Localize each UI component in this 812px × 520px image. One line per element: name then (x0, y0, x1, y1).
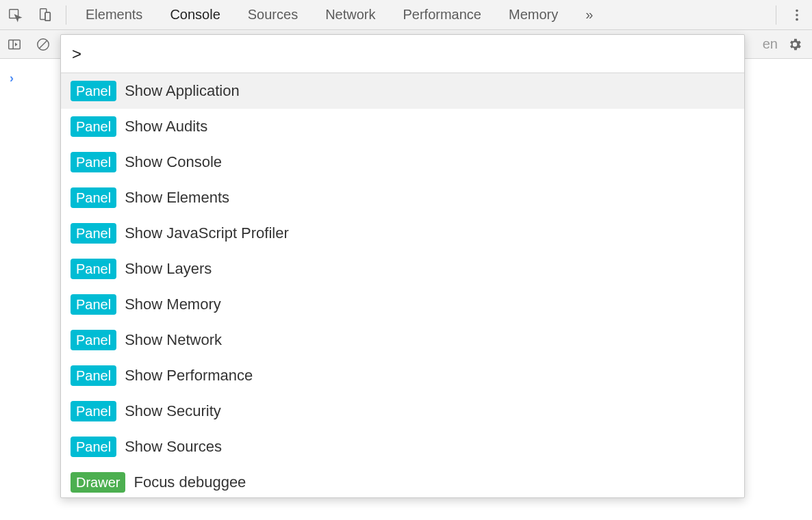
command-item[interactable]: PanelShow Memory (61, 287, 744, 322)
panel-badge: Panel (71, 294, 116, 315)
panel-badge: Panel (71, 223, 116, 244)
tabs-overflow[interactable]: » (572, 0, 607, 29)
inspect-element-icon[interactable] (0, 0, 30, 30)
svg-point-6 (796, 18, 798, 21)
svg-rect-2 (45, 12, 50, 21)
panel-badge: Panel (71, 365, 116, 386)
tab-elements[interactable]: Elements (72, 0, 156, 29)
tab-sources[interactable]: Sources (234, 0, 312, 29)
clear-console-icon[interactable] (29, 30, 58, 59)
command-item[interactable]: PanelShow Security (61, 393, 744, 429)
device-toolbar-icon[interactable] (30, 0, 60, 30)
command-item-label: Show Console (125, 153, 222, 171)
command-item[interactable]: PanelShow Performance (61, 358, 744, 393)
command-list: PanelShow ApplicationPanelShow AuditsPan… (61, 73, 744, 497)
tabbar-divider-right (776, 5, 776, 25)
console-prompt-icon: › (10, 71, 14, 86)
settings-icon[interactable] (781, 30, 809, 59)
tab-console[interactable]: Console (156, 0, 233, 29)
command-item[interactable]: PanelShow Application (61, 73, 744, 109)
svg-point-4 (796, 9, 798, 12)
toggle-sidebar-icon[interactable] (0, 30, 29, 59)
panel-badge: Panel (71, 259, 116, 279)
command-item[interactable]: PanelShow Console (61, 144, 744, 180)
command-item-label: Show Application (125, 82, 240, 100)
panel-badge: Panel (71, 152, 116, 172)
command-item[interactable]: PanelShow JavaScript Profiler (61, 216, 744, 251)
tab-network[interactable]: Network (312, 0, 389, 29)
panel-tabs: Elements Console Sources Network Perform… (72, 0, 770, 29)
command-input[interactable] (88, 35, 733, 73)
command-item-label: Show Performance (125, 367, 253, 385)
command-item[interactable]: DrawerFocus debuggee (61, 465, 744, 497)
svg-line-10 (40, 40, 47, 48)
command-item-label: Show Security (125, 402, 221, 420)
panel-badge: Panel (71, 187, 116, 208)
obscured-toolbar-text: en (763, 36, 781, 52)
command-item[interactable]: PanelShow Audits (61, 109, 744, 144)
tab-performance[interactable]: Performance (390, 0, 496, 29)
command-item-label: Show JavaScript Profiler (125, 224, 289, 242)
command-item-label: Show Audits (125, 118, 207, 135)
tabbar-divider (66, 5, 66, 25)
command-input-row: > (61, 35, 744, 73)
tab-memory[interactable]: Memory (495, 0, 572, 29)
devtools-tabbar: Elements Console Sources Network Perform… (0, 0, 812, 30)
command-prompt-glyph: > (72, 44, 81, 64)
more-options-icon[interactable] (782, 0, 812, 30)
panel-badge: Panel (71, 81, 116, 101)
command-item-label: Show Sources (125, 438, 222, 456)
command-item[interactable]: PanelShow Elements (61, 180, 744, 216)
svg-point-5 (796, 14, 798, 16)
command-menu: > PanelShow ApplicationPanelShow AuditsP… (60, 34, 745, 498)
command-item-label: Show Network (125, 331, 222, 349)
command-item-label: Show Memory (125, 296, 221, 313)
command-item[interactable]: PanelShow Network (61, 322, 744, 358)
command-item[interactable]: PanelShow Layers (61, 251, 744, 287)
panel-badge: Panel (71, 330, 116, 350)
svg-rect-7 (9, 40, 21, 49)
command-item-label: Show Elements (125, 189, 229, 207)
panel-badge: Panel (71, 116, 116, 137)
command-item[interactable]: PanelShow Sources (61, 429, 744, 465)
panel-badge: Panel (71, 401, 116, 421)
command-item-label: Show Layers (125, 260, 212, 278)
panel-badge: Panel (71, 437, 116, 457)
drawer-badge: Drawer (71, 472, 125, 493)
command-item-label: Focus debuggee (134, 473, 246, 491)
